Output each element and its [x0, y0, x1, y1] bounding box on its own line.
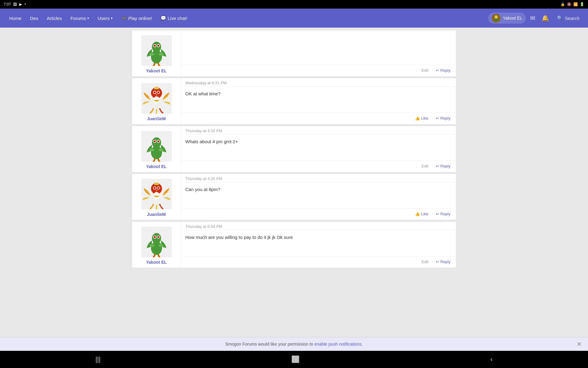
post-timestamp: Thursday at 6:54 PM — [181, 222, 456, 230]
treecko-avatar — [141, 131, 172, 162]
status-bar-right: 🔒 🔇 📶 🔋 — [560, 2, 584, 6]
reply-label: Reply — [440, 68, 450, 73]
edit-button[interactable]: Edit — [419, 258, 431, 265]
svg-point-4 — [152, 42, 161, 52]
nav-users-label: Users — [98, 16, 110, 21]
post-avatar-col: JuanSeM — [132, 78, 181, 124]
enable-notifications-link[interactable]: enable push notifications. — [315, 342, 363, 347]
post-avatar — [141, 131, 172, 162]
nav-articles[interactable]: Articles — [43, 13, 66, 23]
mail-icon[interactable]: ✉ — [528, 13, 537, 24]
post-card: Yakoot EL Edit ↩ Reply — [132, 30, 456, 77]
reply-button[interactable]: ↩ Reply — [433, 258, 453, 265]
post-body-col: Wednesday at 6:31 PM OK at what time? 👍 … — [181, 78, 456, 124]
svg-point-34 — [152, 233, 161, 243]
bell-icon[interactable]: 🔔 — [540, 13, 551, 24]
post-username[interactable]: JuanSeM — [147, 212, 166, 217]
search-button[interactable]: 🔍 Search — [553, 13, 583, 23]
svg-point-25 — [159, 149, 164, 151]
close-notification-button[interactable]: ✕ — [577, 340, 582, 348]
nav-live-chat[interactable]: 💬 Live chat! — [156, 13, 191, 23]
post-card: Yakoot EL Thursday at 4:10 PM Whats abou… — [132, 126, 456, 172]
reply-button[interactable]: ↩ Reply — [433, 67, 453, 74]
notification-bar: Smogon Forums would like your permission… — [0, 337, 588, 351]
svg-point-19 — [152, 137, 161, 148]
reply-label: Reply — [440, 116, 450, 121]
nav-dex[interactable]: Dex — [26, 13, 43, 23]
edit-button[interactable]: Edit — [419, 67, 431, 74]
nav-forums[interactable]: Forums ▾ — [66, 13, 93, 23]
svg-point-37 — [154, 236, 156, 238]
post-content: OK at what time? — [181, 87, 456, 113]
hooh-avatar — [141, 83, 172, 114]
post-avatar-col: Yakoot EL — [132, 126, 181, 172]
post-username[interactable]: Yakoot EL — [146, 260, 167, 265]
nav-articles-label: Articles — [47, 16, 62, 21]
svg-point-40 — [159, 244, 164, 247]
post-card: Yakoot EL Thursday at 6:54 PM How much a… — [132, 221, 456, 268]
nav-dex-label: Dex — [30, 16, 38, 21]
battery-icon: 🔋 — [580, 2, 584, 6]
svg-point-22 — [154, 140, 156, 142]
nav-live-chat-label: Live chat! — [168, 16, 187, 21]
post-avatar — [141, 35, 172, 66]
main-content: Yakoot EL Edit ↩ Reply — [132, 28, 456, 272]
svg-point-15 — [154, 91, 156, 93]
nav-forums-label: Forums — [70, 16, 86, 21]
like-button[interactable]: 👍 Like — [413, 115, 431, 122]
time-display: 7:07 — [4, 2, 11, 6]
svg-point-16 — [157, 91, 159, 93]
svg-point-38 — [157, 236, 159, 238]
android-menu-button[interactable]: ||| — [95, 355, 100, 363]
post-content: Whats about 4 pm gmt 2+ — [181, 135, 456, 160]
reply-icon: ↩ — [436, 68, 439, 73]
post-avatar-col: Yakoot EL — [132, 30, 181, 76]
navbar-left: Home Dex Articles Forums ▾ Users ▾ 🎮 Pla… — [5, 13, 487, 23]
svg-point-7 — [154, 45, 156, 47]
post-timestamp: Thursday at 4:20 PM — [181, 174, 456, 182]
post-body-col: Edit ↩ Reply — [181, 30, 456, 76]
post-body-col: Thursday at 6:54 PM How much are you wil… — [181, 222, 456, 268]
android-nav-bar: ||| ⬜ ‹ — [0, 351, 588, 368]
nav-play-online-label: Play online! — [128, 16, 152, 21]
edit-button[interactable]: Edit — [419, 163, 431, 170]
post-avatar — [141, 83, 172, 114]
post-body-col: Thursday at 4:20 PM Can you at 6pm? 👍 Li… — [181, 174, 456, 220]
post-card: JuanSeM Thursday at 4:20 PM Can you at 6… — [132, 174, 456, 220]
user-menu[interactable]: Yakoot EL — [488, 13, 526, 24]
reply-button[interactable]: ↩ Reply — [433, 210, 453, 217]
android-home-button[interactable]: ⬜ — [291, 355, 300, 363]
search-icon: 🔍 — [557, 15, 563, 21]
post-actions: Edit ↩ Reply — [181, 65, 456, 76]
post-username[interactable]: Yakoot EL — [146, 68, 167, 73]
post-avatar — [141, 179, 172, 209]
play-online-icon: 🎮 — [121, 15, 127, 21]
nav-home[interactable]: Home — [5, 13, 26, 23]
mute-icon: 🔇 — [567, 2, 571, 6]
reply-icon: ↩ — [436, 259, 439, 264]
photo-icon: 🖼 — [13, 2, 17, 6]
post-actions: 👍 Like ↩ Reply — [181, 208, 456, 220]
post-username[interactable]: Yakoot EL — [146, 164, 167, 169]
reply-icon: ↩ — [436, 164, 439, 168]
nav-play-online[interactable]: 🎮 Play online! — [117, 13, 156, 23]
reply-button[interactable]: ↩ Reply — [433, 163, 453, 170]
post-timestamp: Wednesday at 6:31 PM — [181, 78, 456, 87]
signal-icon: 📶 — [573, 2, 578, 6]
post-actions: Edit ↩ Reply — [181, 256, 456, 268]
nav-users[interactable]: Users ▾ — [93, 13, 117, 23]
treecko-avatar — [141, 227, 172, 257]
post-username[interactable]: JuanSeM — [147, 116, 166, 121]
svg-point-30 — [154, 187, 156, 189]
notification-text: Smogon Forums would like your permission… — [225, 342, 363, 347]
android-back-button[interactable]: ‹ — [490, 355, 492, 363]
post-actions: 👍 Like ↩ Reply — [181, 113, 456, 124]
svg-point-10 — [159, 53, 164, 56]
post-avatar-col: Yakoot EL — [132, 222, 181, 268]
navbar-right: Yakoot EL ✉ 🔔 🔍 Search — [488, 13, 583, 24]
post-avatar — [141, 227, 172, 257]
reply-button[interactable]: ↩ Reply — [433, 115, 453, 122]
reply-icon: ↩ — [436, 212, 439, 216]
reply-icon: ↩ — [436, 116, 439, 121]
like-button[interactable]: 👍 Like — [413, 210, 431, 217]
